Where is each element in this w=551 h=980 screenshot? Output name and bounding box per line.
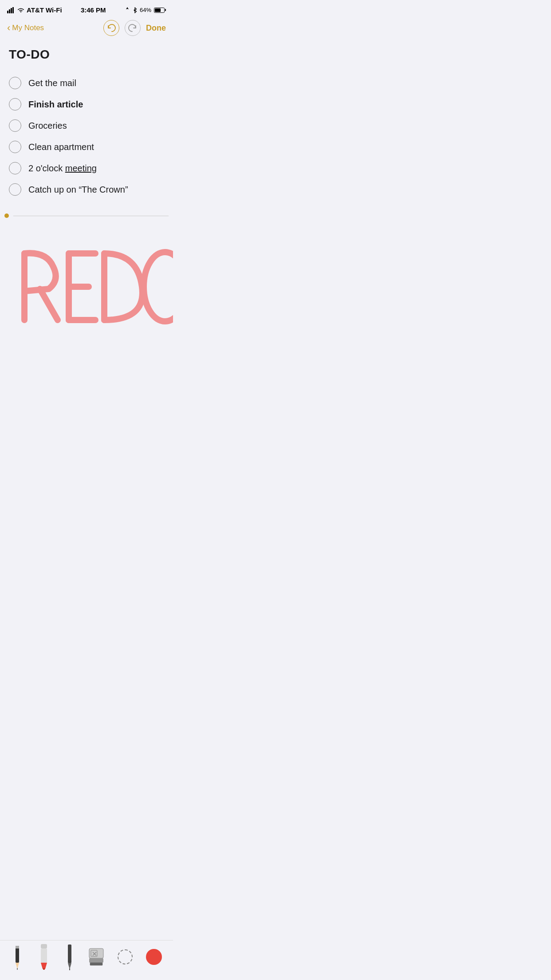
undo-button[interactable]	[103, 20, 119, 36]
todo-checkbox-6[interactable]	[9, 183, 21, 196]
status-time: 3:46 PM	[81, 6, 106, 14]
todo-checkbox-1[interactable]	[9, 77, 21, 89]
nav-actions: Done	[103, 20, 166, 36]
divider-dot	[4, 213, 9, 218]
nav-bar: ‹ My Notes Done	[0, 17, 173, 40]
list-item: Groceries	[9, 115, 164, 136]
todo-text-3: Groceries	[28, 121, 67, 131]
redo-drawing	[0, 218, 173, 404]
divider-line	[13, 216, 169, 216]
list-item: Finish article	[9, 94, 164, 115]
carrier-wifi: AT&T Wi-Fi	[7, 6, 62, 14]
bluetooth-icon	[133, 7, 137, 13]
svg-rect-1	[9, 9, 10, 13]
todo-text-1: Get the mail	[28, 78, 76, 88]
todo-checkbox-5[interactable]	[9, 162, 21, 174]
undo-icon	[107, 24, 116, 32]
todo-text-4: Clean apartment	[28, 142, 94, 152]
battery-icon	[154, 8, 166, 13]
todo-text-5: 2 o'clock meeting	[28, 163, 97, 174]
section-divider	[0, 213, 173, 218]
svg-rect-2	[11, 8, 12, 13]
signal-icon	[7, 7, 15, 13]
wifi-icon	[17, 7, 25, 13]
back-label: My Notes	[12, 24, 44, 32]
svg-rect-0	[7, 11, 8, 13]
todo-list: Get the mail Finish article Groceries Cl…	[9, 72, 164, 200]
note-content: TO-DO Get the mail Finish article Grocer…	[0, 40, 173, 200]
note-title: TO-DO	[9, 47, 164, 62]
battery-percent: 64%	[140, 7, 151, 13]
status-bar: AT&T Wi-Fi 3:46 PM 64%	[0, 0, 173, 17]
todo-checkbox-2[interactable]	[9, 98, 21, 111]
svg-point-4	[144, 252, 173, 321]
back-button[interactable]: ‹ My Notes	[7, 23, 44, 33]
todo-text-2: Finish article	[28, 99, 83, 110]
list-item: Clean apartment	[9, 136, 164, 158]
todo-checkbox-3[interactable]	[9, 119, 21, 132]
list-item: 2 o'clock meeting	[9, 158, 164, 179]
list-item: Catch up on “The Crown”	[9, 179, 164, 200]
svg-rect-3	[12, 7, 14, 13]
chevron-left-icon: ‹	[7, 23, 10, 33]
location-icon	[125, 7, 130, 13]
done-button[interactable]: Done	[146, 24, 166, 33]
status-indicators: 64%	[125, 7, 166, 13]
drawing-area[interactable]	[0, 218, 173, 404]
todo-checkbox-4[interactable]	[9, 141, 21, 153]
underline-text: meeting	[65, 163, 97, 173]
todo-text-6: Catch up on “The Crown”	[28, 185, 128, 195]
list-item: Get the mail	[9, 72, 164, 94]
redo-button[interactable]	[125, 20, 141, 36]
redo-icon	[128, 24, 137, 32]
carrier-label: AT&T Wi-Fi	[27, 6, 62, 14]
